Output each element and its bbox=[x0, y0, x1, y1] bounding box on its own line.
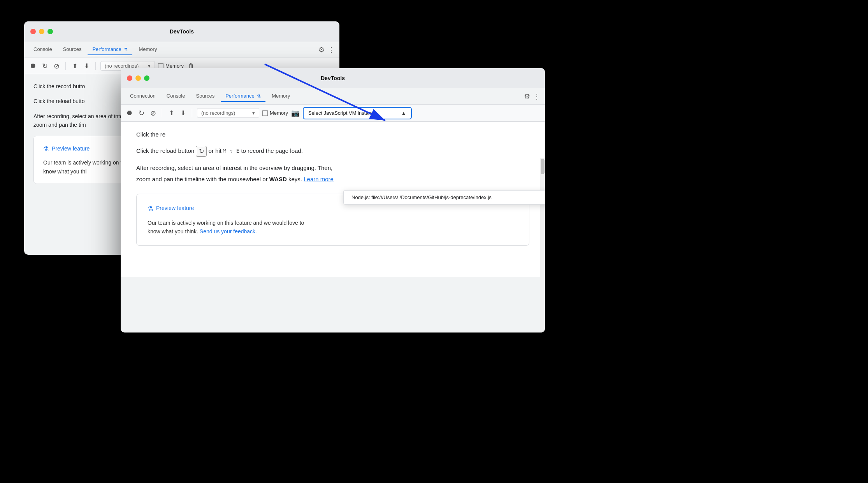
title-bar-front: DevTools bbox=[121, 68, 545, 88]
record-button-front[interactable]: ⏺ bbox=[125, 109, 134, 117]
traffic-lights-back bbox=[30, 29, 53, 34]
reload-inline-button: ↻ bbox=[196, 146, 207, 157]
preview-header-front: ⚗ Preview feature bbox=[148, 203, 518, 214]
download-button-back[interactable]: ⬇ bbox=[82, 62, 91, 70]
chevron-down-icon-front: ▾ bbox=[252, 110, 255, 116]
zoom-pan-p-front: zoom and pan the timeline with the mouse… bbox=[136, 174, 529, 184]
upload-button-back[interactable]: ⬆ bbox=[70, 62, 79, 70]
separator-front bbox=[162, 109, 162, 117]
capture-heap-button-front[interactable]: 📷 bbox=[291, 109, 300, 117]
flask-icon-perf-front: ⚗ bbox=[257, 94, 261, 98]
traffic-lights-front bbox=[127, 75, 149, 81]
separator2-back bbox=[95, 62, 96, 70]
settings-icon-back[interactable]: ⚙ bbox=[318, 46, 325, 54]
send-feedback-link[interactable]: Send us your feedback. bbox=[200, 228, 257, 234]
click-reload-p-front: Click the reload button ↻ or hit ⌘ ⇧ E t… bbox=[136, 146, 529, 157]
tab-performance-front[interactable]: Performance ⚗ bbox=[221, 91, 265, 102]
tab-bar-back: Console Sources Performance ⚗ Memory ⚙ ⋮ bbox=[24, 42, 339, 58]
tab-bar-right-front: ⚙ ⋮ bbox=[524, 92, 540, 101]
separator2-front bbox=[192, 109, 192, 117]
close-button-back[interactable] bbox=[30, 29, 36, 34]
shortcut-text: ⌘ ⇧ E bbox=[223, 148, 239, 154]
vm-instance-dropdown[interactable]: Select JavaScript VM instance ▲ bbox=[303, 107, 412, 119]
close-button-front[interactable] bbox=[127, 75, 132, 81]
learn-more-link[interactable]: Learn more bbox=[304, 176, 334, 182]
click-record-p-front: Click the re bbox=[136, 130, 529, 140]
checkbox-box-front bbox=[262, 110, 268, 116]
record-button-back[interactable]: ⏺ bbox=[29, 62, 37, 70]
after-recording-p-front: After recording, select an area of inter… bbox=[136, 163, 529, 173]
window-title-back: DevTools bbox=[170, 28, 194, 35]
tab-memory-front[interactable]: Memory bbox=[267, 91, 295, 102]
flask-icon-back: ⚗ bbox=[124, 47, 128, 52]
reload-button-front[interactable]: ↻ bbox=[137, 109, 146, 117]
wasd-bold: WASD bbox=[269, 176, 287, 182]
separator-back bbox=[65, 62, 66, 70]
settings-icon-front[interactable]: ⚙ bbox=[524, 92, 530, 101]
minimize-button-front[interactable] bbox=[135, 75, 141, 81]
window-title-front: DevTools bbox=[321, 75, 345, 81]
scrollbar-thumb-front[interactable] bbox=[541, 159, 545, 174]
flask-icon-preview-back: ⚗ bbox=[43, 144, 49, 154]
devtools-window-front: DevTools Connection Console Sources Perf… bbox=[121, 68, 545, 332]
tab-console-back[interactable]: Console bbox=[29, 44, 57, 55]
preview-text-front: Our team is actively working on this fea… bbox=[148, 219, 518, 236]
toolbar-front: ⏺ ↻ ⊘ ⬆ ⬇ (no recordings) ▾ Memory 📷 Sel… bbox=[121, 105, 545, 122]
tab-connection-front[interactable]: Connection bbox=[125, 91, 160, 102]
upload-button-front[interactable]: ⬆ bbox=[167, 109, 176, 117]
reload-button-back[interactable]: ↻ bbox=[40, 62, 49, 70]
maximize-button-front[interactable] bbox=[144, 75, 149, 81]
maximize-button-back[interactable] bbox=[47, 29, 53, 34]
minimize-button-back[interactable] bbox=[39, 29, 44, 34]
flask-icon-preview-front: ⚗ bbox=[148, 203, 153, 214]
more-icon-front[interactable]: ⋮ bbox=[533, 92, 540, 101]
vm-dropdown-menu: Node.js: file:///Users/ /Documents/GitHu… bbox=[343, 190, 545, 205]
recordings-dropdown-front[interactable]: (no recordings) ▾ bbox=[197, 108, 259, 118]
clear-button-back[interactable]: ⊘ bbox=[52, 62, 61, 70]
vm-dropdown-item[interactable]: Node.js: file:///Users/ /Documents/GitHu… bbox=[344, 191, 545, 204]
clear-button-front[interactable]: ⊘ bbox=[149, 109, 157, 117]
more-icon-back[interactable]: ⋮ bbox=[328, 46, 335, 54]
scrollbar-track-front[interactable] bbox=[540, 158, 545, 332]
tab-console-front[interactable]: Console bbox=[162, 91, 190, 102]
chevron-up-icon-vm: ▲ bbox=[401, 110, 406, 116]
memory-checkbox-front[interactable]: Memory bbox=[262, 110, 288, 116]
tab-memory-back[interactable]: Memory bbox=[134, 44, 162, 55]
tab-sources-back[interactable]: Sources bbox=[58, 44, 86, 55]
title-bar-back: DevTools bbox=[24, 21, 339, 42]
tab-performance-back[interactable]: Performance ⚗ bbox=[88, 44, 132, 55]
tab-sources-front[interactable]: Sources bbox=[191, 91, 219, 102]
tab-bar-front: Connection Console Sources Performance ⚗… bbox=[121, 88, 545, 105]
tab-bar-right-back: ⚙ ⋮ bbox=[318, 46, 335, 54]
download-button-front[interactable]: ⬇ bbox=[179, 109, 187, 117]
